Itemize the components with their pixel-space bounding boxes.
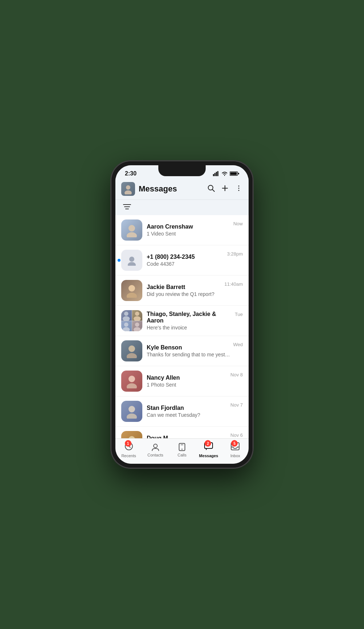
contact-name: Aaron Crenshaw	[147, 223, 230, 230]
conversation-content: +1 (800) 234-2345 Code 44367	[147, 254, 224, 267]
nav-contacts[interactable]: Contacts	[145, 442, 166, 457]
filter-icon[interactable]	[123, 203, 131, 210]
message-time: Nov 6	[230, 432, 243, 438]
unread-indicator	[118, 259, 120, 262]
svg-point-32	[135, 322, 139, 327]
search-icon[interactable]	[207, 184, 215, 194]
contact-avatar	[121, 219, 142, 241]
message-preview: Here's the invoice	[147, 325, 232, 331]
contact-name: +1 (800) 234-2345	[147, 254, 224, 260]
svg-point-40	[128, 436, 135, 438]
contact-avatar	[121, 340, 142, 361]
svg-rect-1	[214, 173, 215, 176]
conversation-item[interactable]: Doug M 1 Photo Sent Nov 6	[115, 427, 249, 438]
nav-calls[interactable]: Calls	[171, 442, 193, 457]
svg-point-15	[238, 187, 240, 189]
svg-rect-7	[238, 173, 239, 174]
contact-avatar	[121, 371, 142, 392]
svg-point-34	[128, 345, 135, 352]
contact-name: Nancy Allen	[147, 375, 228, 381]
svg-point-38	[128, 406, 135, 412]
phone-screen: 2:30	[115, 165, 249, 464]
nav-label-messages: Messages	[199, 454, 218, 458]
contacts-icon	[151, 442, 160, 452]
group-avatar	[121, 310, 142, 331]
svg-point-31	[123, 327, 130, 331]
svg-point-16	[238, 190, 240, 191]
phone-frame: 2:30	[111, 161, 253, 468]
svg-point-9	[124, 190, 132, 194]
conversation-content: Stan Fjordlan Can we meet Tuesday?	[147, 405, 228, 418]
wifi-icon	[221, 171, 228, 176]
message-preview: Can we meet Tuesday?	[147, 412, 228, 418]
contact-avatar-placeholder	[121, 250, 142, 271]
conversation-content: Thiago, Stanley, Jackie & Aaron Here's t…	[147, 311, 232, 331]
svg-rect-3	[217, 171, 218, 176]
message-preview: Did you review the Q1 report?	[147, 291, 221, 297]
conversation-item[interactable]: Thiago, Stanley, Jackie & Aaron Here's t…	[115, 306, 249, 336]
svg-point-22	[129, 257, 134, 262]
svg-point-23	[128, 262, 136, 266]
calls-icon	[177, 442, 187, 452]
nav-label-recents: Recents	[121, 454, 136, 458]
contact-name: Jackie Barrett	[147, 284, 221, 290]
svg-point-35	[127, 353, 137, 358]
svg-point-26	[124, 312, 128, 316]
conversation-item[interactable]: Stan Fjordlan Can we meet Tuesday? Nov 7	[115, 396, 249, 427]
status-icons	[213, 171, 239, 176]
page-title: Messages	[139, 184, 207, 194]
message-list: Aaron Crenshaw 1 Video Sent Now +1 (800)…	[115, 215, 249, 438]
nav-label-contacts: Contacts	[147, 453, 163, 457]
conversation-item[interactable]: Jackie Barrett Did you review the Q1 rep…	[115, 276, 249, 306]
contact-avatar	[121, 431, 142, 438]
svg-point-21	[127, 232, 137, 237]
message-preview: Thanks for sending that to me yesterday	[147, 352, 230, 357]
svg-rect-2	[216, 172, 217, 176]
compose-icon[interactable]	[221, 184, 229, 194]
message-time: Wed	[233, 342, 243, 347]
svg-point-20	[128, 225, 135, 232]
svg-point-37	[127, 383, 137, 388]
svg-point-39	[127, 414, 137, 419]
user-avatar[interactable]	[121, 182, 135, 196]
contact-name: Thiago, Stanley, Jackie & Aaron	[147, 311, 232, 324]
svg-point-36	[128, 376, 135, 382]
header-actions	[207, 184, 243, 194]
svg-point-4	[224, 175, 225, 176]
status-time: 2:30	[125, 170, 136, 177]
svg-point-28	[135, 312, 139, 316]
message-time: 11:40am	[224, 281, 243, 287]
svg-point-33	[133, 327, 141, 331]
filter-row[interactable]	[115, 200, 249, 215]
svg-point-45	[154, 444, 157, 448]
svg-rect-0	[213, 174, 214, 176]
conversation-item[interactable]: +1 (800) 234-2345 Code 44367 3:28pm	[115, 245, 249, 276]
contact-name: Stan Fjordlan	[147, 405, 228, 411]
conversation-content: Jackie Barrett Did you review the Q1 rep…	[147, 284, 221, 297]
recents-badge: 1	[125, 440, 131, 447]
message-time: 3:28pm	[227, 251, 243, 257]
conversation-content: Doug M 1 Photo Sent	[147, 435, 228, 438]
conversation-content: Nancy Allen 1 Photo Sent	[147, 375, 228, 388]
svg-rect-6	[230, 173, 237, 175]
svg-point-14	[238, 185, 240, 186]
conversation-item[interactable]: Kyle Benson Thanks for sending that to m…	[115, 336, 249, 366]
nav-messages[interactable]: 2 Messages	[198, 442, 219, 458]
nav-inbox[interactable]: 5 Inbox	[224, 442, 246, 458]
app-header: Messages	[115, 179, 249, 200]
nav-label-inbox: Inbox	[230, 454, 240, 458]
nav-recents[interactable]: 1 Recents	[118, 442, 140, 458]
signal-icon	[213, 171, 219, 176]
conversation-item[interactable]: Aaron Crenshaw 1 Video Sent Now	[115, 215, 249, 245]
svg-point-25	[127, 293, 137, 298]
svg-line-11	[213, 189, 215, 191]
svg-point-30	[124, 322, 128, 327]
more-icon[interactable]	[235, 184, 243, 194]
contact-name: Doug M	[147, 435, 228, 438]
message-preview: 1 Video Sent	[147, 231, 230, 237]
conversation-item[interactable]: Nancy Allen 1 Photo Sent Nov 8	[115, 366, 249, 396]
nav-label-calls: Calls	[178, 453, 186, 457]
svg-point-47	[181, 449, 182, 450]
svg-point-29	[133, 316, 141, 321]
svg-point-27	[123, 316, 130, 321]
